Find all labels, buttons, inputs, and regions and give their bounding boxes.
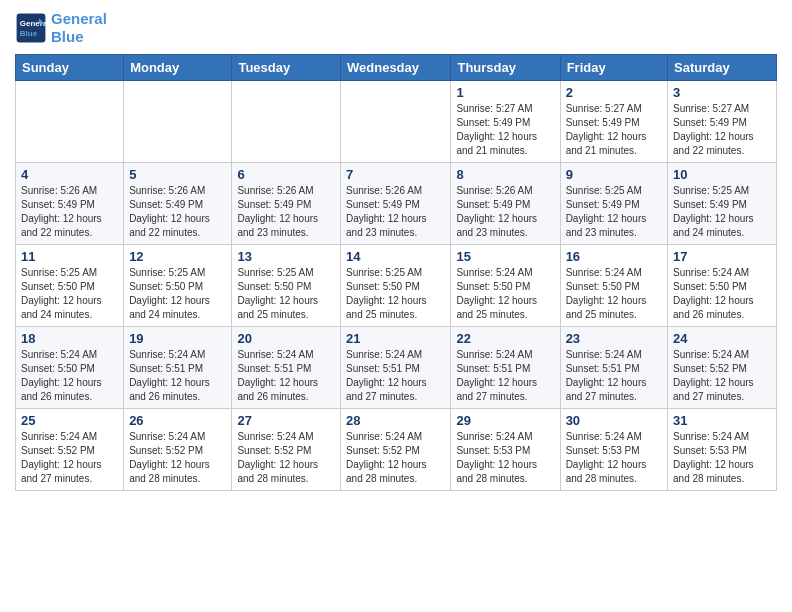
- day-info: Sunrise: 5:27 AM Sunset: 5:49 PM Dayligh…: [673, 102, 771, 158]
- day-info: Sunrise: 5:26 AM Sunset: 5:49 PM Dayligh…: [129, 184, 226, 240]
- day-info: Sunrise: 5:24 AM Sunset: 5:50 PM Dayligh…: [673, 266, 771, 322]
- day-number: 24: [673, 331, 771, 346]
- logo: General Blue General Blue: [15, 10, 107, 46]
- calendar-cell: 15Sunrise: 5:24 AM Sunset: 5:50 PM Dayli…: [451, 245, 560, 327]
- day-number: 14: [346, 249, 445, 264]
- calendar-cell: 28Sunrise: 5:24 AM Sunset: 5:52 PM Dayli…: [341, 409, 451, 491]
- weekday-header-thursday: Thursday: [451, 55, 560, 81]
- week-row-3: 11Sunrise: 5:25 AM Sunset: 5:50 PM Dayli…: [16, 245, 777, 327]
- day-info: Sunrise: 5:24 AM Sunset: 5:52 PM Dayligh…: [21, 430, 118, 486]
- week-row-1: 1Sunrise: 5:27 AM Sunset: 5:49 PM Daylig…: [16, 81, 777, 163]
- day-info: Sunrise: 5:26 AM Sunset: 5:49 PM Dayligh…: [346, 184, 445, 240]
- day-info: Sunrise: 5:25 AM Sunset: 5:50 PM Dayligh…: [21, 266, 118, 322]
- calendar-body: 1Sunrise: 5:27 AM Sunset: 5:49 PM Daylig…: [16, 81, 777, 491]
- calendar-cell: 23Sunrise: 5:24 AM Sunset: 5:51 PM Dayli…: [560, 327, 667, 409]
- weekday-header-monday: Monday: [124, 55, 232, 81]
- day-number: 13: [237, 249, 335, 264]
- calendar-cell: 20Sunrise: 5:24 AM Sunset: 5:51 PM Dayli…: [232, 327, 341, 409]
- weekday-header-row: SundayMondayTuesdayWednesdayThursdayFrid…: [16, 55, 777, 81]
- calendar-cell: [16, 81, 124, 163]
- calendar-cell: 25Sunrise: 5:24 AM Sunset: 5:52 PM Dayli…: [16, 409, 124, 491]
- calendar-cell: 26Sunrise: 5:24 AM Sunset: 5:52 PM Dayli…: [124, 409, 232, 491]
- day-info: Sunrise: 5:24 AM Sunset: 5:53 PM Dayligh…: [456, 430, 554, 486]
- day-info: Sunrise: 5:25 AM Sunset: 5:49 PM Dayligh…: [673, 184, 771, 240]
- weekday-header-friday: Friday: [560, 55, 667, 81]
- day-number: 21: [346, 331, 445, 346]
- day-number: 9: [566, 167, 662, 182]
- calendar-cell: 8Sunrise: 5:26 AM Sunset: 5:49 PM Daylig…: [451, 163, 560, 245]
- day-info: Sunrise: 5:24 AM Sunset: 5:51 PM Dayligh…: [346, 348, 445, 404]
- calendar-cell: 10Sunrise: 5:25 AM Sunset: 5:49 PM Dayli…: [668, 163, 777, 245]
- day-number: 11: [21, 249, 118, 264]
- day-number: 25: [21, 413, 118, 428]
- calendar-cell: 16Sunrise: 5:24 AM Sunset: 5:50 PM Dayli…: [560, 245, 667, 327]
- calendar-cell: 2Sunrise: 5:27 AM Sunset: 5:49 PM Daylig…: [560, 81, 667, 163]
- day-number: 5: [129, 167, 226, 182]
- day-number: 19: [129, 331, 226, 346]
- calendar-cell: 3Sunrise: 5:27 AM Sunset: 5:49 PM Daylig…: [668, 81, 777, 163]
- calendar-cell: 21Sunrise: 5:24 AM Sunset: 5:51 PM Dayli…: [341, 327, 451, 409]
- day-info: Sunrise: 5:25 AM Sunset: 5:50 PM Dayligh…: [129, 266, 226, 322]
- calendar-cell: 11Sunrise: 5:25 AM Sunset: 5:50 PM Dayli…: [16, 245, 124, 327]
- day-number: 7: [346, 167, 445, 182]
- calendar-cell: [232, 81, 341, 163]
- calendar-cell: 27Sunrise: 5:24 AM Sunset: 5:52 PM Dayli…: [232, 409, 341, 491]
- calendar-cell: 29Sunrise: 5:24 AM Sunset: 5:53 PM Dayli…: [451, 409, 560, 491]
- day-info: Sunrise: 5:27 AM Sunset: 5:49 PM Dayligh…: [456, 102, 554, 158]
- day-number: 23: [566, 331, 662, 346]
- day-number: 2: [566, 85, 662, 100]
- day-info: Sunrise: 5:24 AM Sunset: 5:50 PM Dayligh…: [566, 266, 662, 322]
- day-number: 31: [673, 413, 771, 428]
- day-number: 8: [456, 167, 554, 182]
- day-number: 20: [237, 331, 335, 346]
- day-info: Sunrise: 5:24 AM Sunset: 5:51 PM Dayligh…: [566, 348, 662, 404]
- day-info: Sunrise: 5:24 AM Sunset: 5:51 PM Dayligh…: [456, 348, 554, 404]
- day-number: 29: [456, 413, 554, 428]
- day-number: 12: [129, 249, 226, 264]
- day-number: 6: [237, 167, 335, 182]
- day-number: 17: [673, 249, 771, 264]
- day-info: Sunrise: 5:24 AM Sunset: 5:53 PM Dayligh…: [673, 430, 771, 486]
- svg-text:Blue: Blue: [20, 29, 38, 38]
- calendar-cell: 1Sunrise: 5:27 AM Sunset: 5:49 PM Daylig…: [451, 81, 560, 163]
- day-info: Sunrise: 5:25 AM Sunset: 5:49 PM Dayligh…: [566, 184, 662, 240]
- day-info: Sunrise: 5:25 AM Sunset: 5:50 PM Dayligh…: [346, 266, 445, 322]
- calendar-cell: [124, 81, 232, 163]
- calendar-cell: 9Sunrise: 5:25 AM Sunset: 5:49 PM Daylig…: [560, 163, 667, 245]
- page-header: General Blue General Blue: [15, 10, 777, 46]
- calendar-cell: 7Sunrise: 5:26 AM Sunset: 5:49 PM Daylig…: [341, 163, 451, 245]
- day-info: Sunrise: 5:24 AM Sunset: 5:52 PM Dayligh…: [237, 430, 335, 486]
- weekday-header-wednesday: Wednesday: [341, 55, 451, 81]
- day-number: 10: [673, 167, 771, 182]
- weekday-header-tuesday: Tuesday: [232, 55, 341, 81]
- day-info: Sunrise: 5:24 AM Sunset: 5:51 PM Dayligh…: [129, 348, 226, 404]
- weekday-header-sunday: Sunday: [16, 55, 124, 81]
- day-info: Sunrise: 5:24 AM Sunset: 5:50 PM Dayligh…: [21, 348, 118, 404]
- day-number: 16: [566, 249, 662, 264]
- day-info: Sunrise: 5:24 AM Sunset: 5:50 PM Dayligh…: [456, 266, 554, 322]
- day-number: 15: [456, 249, 554, 264]
- day-number: 26: [129, 413, 226, 428]
- day-number: 22: [456, 331, 554, 346]
- day-info: Sunrise: 5:27 AM Sunset: 5:49 PM Dayligh…: [566, 102, 662, 158]
- calendar-cell: 5Sunrise: 5:26 AM Sunset: 5:49 PM Daylig…: [124, 163, 232, 245]
- calendar-cell: 24Sunrise: 5:24 AM Sunset: 5:52 PM Dayli…: [668, 327, 777, 409]
- calendar-cell: 13Sunrise: 5:25 AM Sunset: 5:50 PM Dayli…: [232, 245, 341, 327]
- calendar-cell: 30Sunrise: 5:24 AM Sunset: 5:53 PM Dayli…: [560, 409, 667, 491]
- calendar-cell: 12Sunrise: 5:25 AM Sunset: 5:50 PM Dayli…: [124, 245, 232, 327]
- calendar-cell: 4Sunrise: 5:26 AM Sunset: 5:49 PM Daylig…: [16, 163, 124, 245]
- day-info: Sunrise: 5:24 AM Sunset: 5:52 PM Dayligh…: [346, 430, 445, 486]
- calendar-cell: [341, 81, 451, 163]
- day-info: Sunrise: 5:24 AM Sunset: 5:51 PM Dayligh…: [237, 348, 335, 404]
- day-info: Sunrise: 5:26 AM Sunset: 5:49 PM Dayligh…: [21, 184, 118, 240]
- day-number: 28: [346, 413, 445, 428]
- week-row-2: 4Sunrise: 5:26 AM Sunset: 5:49 PM Daylig…: [16, 163, 777, 245]
- weekday-header-saturday: Saturday: [668, 55, 777, 81]
- calendar-cell: 31Sunrise: 5:24 AM Sunset: 5:53 PM Dayli…: [668, 409, 777, 491]
- day-info: Sunrise: 5:24 AM Sunset: 5:53 PM Dayligh…: [566, 430, 662, 486]
- day-info: Sunrise: 5:24 AM Sunset: 5:52 PM Dayligh…: [673, 348, 771, 404]
- calendar-cell: 14Sunrise: 5:25 AM Sunset: 5:50 PM Dayli…: [341, 245, 451, 327]
- day-info: Sunrise: 5:25 AM Sunset: 5:50 PM Dayligh…: [237, 266, 335, 322]
- logo-icon: General Blue: [15, 12, 47, 44]
- calendar-cell: 17Sunrise: 5:24 AM Sunset: 5:50 PM Dayli…: [668, 245, 777, 327]
